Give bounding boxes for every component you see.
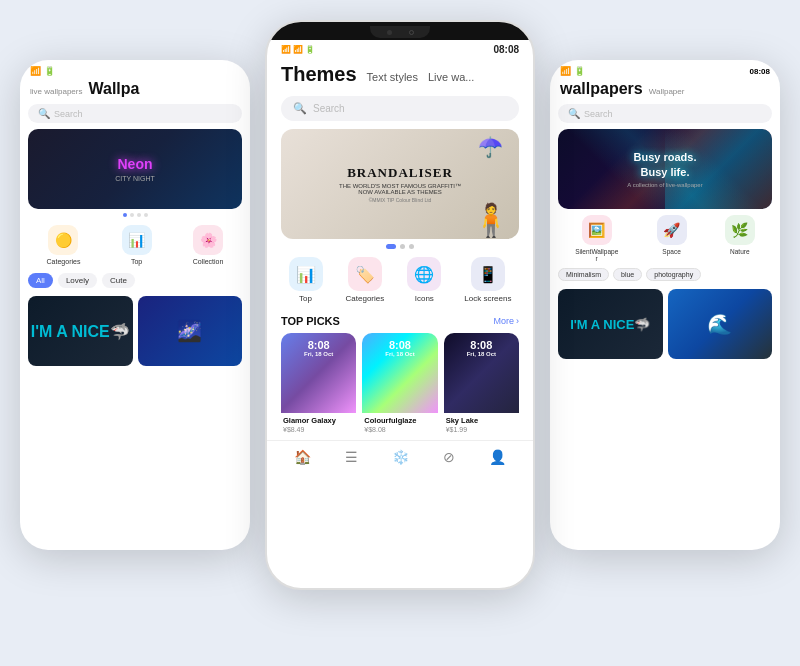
pick-card-2-title: Colourfulglaze bbox=[362, 413, 437, 425]
left-dot-2 bbox=[130, 213, 134, 217]
top-label: Top bbox=[299, 294, 312, 303]
banner-umbrella: ☂️ bbox=[478, 135, 503, 159]
right-wall-2[interactable]: 🌊 bbox=[668, 289, 773, 359]
top-picks-more[interactable]: More › bbox=[493, 316, 519, 326]
phone-center: 📶 📶 🔋 08:08 Themes Text styles Live wa..… bbox=[265, 20, 535, 590]
center-tab-themes[interactable]: Themes bbox=[281, 63, 357, 86]
left-collection-label: Collection bbox=[193, 258, 224, 265]
face-sensor bbox=[409, 30, 414, 35]
silent-label: SilentWallpaper bbox=[575, 248, 618, 262]
pick-card-2[interactable]: 8:08 Fri, 18 Oct Colourfulglaze ¥$8.08 bbox=[362, 333, 437, 436]
banner-subtitle2: NOW AVAILABLE AS THEMES bbox=[339, 189, 461, 195]
center-tab-live-wallpapers[interactable]: Live wa... bbox=[428, 71, 474, 83]
center-icon-icons[interactable]: 🌐 Icons bbox=[407, 257, 441, 303]
pick-card-1-title: Glamor Galaxy bbox=[281, 413, 356, 425]
right-tab-secondary[interactable]: Wallpaper bbox=[649, 87, 685, 96]
filter-all[interactable]: All bbox=[28, 273, 53, 288]
right-icon-nature[interactable]: 🌿 Nature bbox=[725, 215, 755, 262]
pick-card-3-bg: 8:08 Fri, 18 Oct bbox=[444, 333, 519, 413]
pick-card-3[interactable]: 8:08 Fri, 18 Oct Sky Lake ¥$1.99 bbox=[444, 333, 519, 436]
left-banner-main: Neon bbox=[115, 156, 155, 173]
right-banner-caption: A collection of live-wallpaper bbox=[627, 182, 702, 188]
left-search-placeholder: Search bbox=[54, 109, 83, 119]
center-icon-lock[interactable]: 📱 Lock screens bbox=[464, 257, 511, 303]
left-status-bar: 📶 🔋 bbox=[20, 60, 250, 78]
right-status-bar: 📶 🔋 08:08 bbox=[550, 60, 780, 78]
left-tabs: live wallpapers Wallpa bbox=[20, 78, 250, 102]
left-wall-1[interactable]: I'M A NICE🦈 bbox=[28, 296, 133, 366]
space-label: Space bbox=[662, 248, 680, 255]
right-time: 08:08 bbox=[750, 67, 770, 76]
pick-card-3-title: Sky Lake bbox=[444, 413, 519, 425]
pick-card-1-time: 8:08 Fri, 18 Oct bbox=[304, 339, 333, 357]
picks-row: 8:08 Fri, 18 Oct Glamor Galaxy ¥$8.49 8:… bbox=[267, 333, 533, 436]
left-search-bar[interactable]: 🔍 Search bbox=[28, 104, 242, 123]
center-dot-1 bbox=[386, 244, 396, 249]
center-category-icons: 📊 Top 🏷️ Categories 🌐 Icons 📱 Lock scree… bbox=[267, 251, 533, 309]
top-icon: 📊 bbox=[289, 257, 323, 291]
left-wallpaper-grid: I'M A NICE🦈 🌌 bbox=[20, 292, 250, 370]
categories-icon: 🏷️ bbox=[348, 257, 382, 291]
center-search-bar[interactable]: 🔍 Search bbox=[281, 96, 519, 121]
circle-icon: ⊘ bbox=[443, 449, 455, 465]
left-tab-primary[interactable]: Wallpa bbox=[88, 80, 139, 98]
profile-icon: 👤 bbox=[489, 449, 506, 465]
silent-wallpaper-icon: 🖼️ bbox=[582, 215, 612, 245]
top-picks-title: TOP PICKS bbox=[281, 315, 340, 327]
center-icon-top[interactable]: 📊 Top bbox=[289, 257, 323, 303]
center-icon-categories[interactable]: 🏷️ Categories bbox=[346, 257, 385, 303]
center-search-icon: 🔍 bbox=[293, 102, 307, 115]
tag-blue[interactable]: blue bbox=[613, 268, 642, 281]
icons-icon: 🌐 bbox=[407, 257, 441, 291]
left-tab-secondary[interactable]: live wallpapers bbox=[30, 87, 82, 96]
right-banner: Busy roads. Busy life. A collection of l… bbox=[558, 129, 772, 209]
center-bottom-nav: 🏠 ☰ ❄️ ⊘ 👤 bbox=[267, 440, 533, 471]
filter-row: All Lovely Cute bbox=[20, 269, 250, 292]
lock-icon: 📱 bbox=[471, 257, 505, 291]
top-picks-header: TOP PICKS More › bbox=[267, 309, 533, 333]
pick-card-1-bg: 8:08 Fri, 18 Oct bbox=[281, 333, 356, 413]
nature-label: Nature bbox=[730, 248, 750, 255]
center-banner-inner: BRANDALISER THE WORLD'S MOST FAMOUS GRAF… bbox=[339, 165, 461, 203]
right-icon-space[interactable]: 🚀 Space bbox=[657, 215, 687, 262]
right-banner-text1: Busy roads. Busy life. bbox=[627, 150, 702, 179]
left-icon-top[interactable]: 📊 Top bbox=[122, 225, 152, 265]
left-top-icon: 📊 bbox=[122, 225, 152, 255]
nav-list[interactable]: ☰ bbox=[345, 449, 358, 465]
phone-left: 📶 🔋 live wallpapers Wallpa 🔍 Search Neon… bbox=[20, 60, 250, 550]
filter-cute[interactable]: Cute bbox=[102, 273, 135, 288]
tag-minimalism[interactable]: Minimalism bbox=[558, 268, 609, 281]
pick-card-3-price: ¥$1.99 bbox=[444, 425, 519, 436]
right-icon-row: 🖼️ SilentWallpaper 🚀 Space 🌿 Nature bbox=[550, 209, 780, 264]
categories-label: Categories bbox=[346, 294, 385, 303]
center-search-placeholder: Search bbox=[313, 103, 345, 114]
more-label: More bbox=[493, 316, 514, 326]
pick-card-1[interactable]: 8:08 Fri, 18 Oct Glamor Galaxy ¥$8.49 bbox=[281, 333, 356, 436]
center-tab-text-styles[interactable]: Text styles bbox=[367, 71, 418, 83]
right-wall-1[interactable]: I'M A NICE🦈 bbox=[558, 289, 663, 359]
left-wall-2[interactable]: 🌌 bbox=[138, 296, 243, 366]
filter-lovely[interactable]: Lovely bbox=[58, 273, 97, 288]
left-search-icon: 🔍 bbox=[38, 108, 50, 119]
nav-circle[interactable]: ⊘ bbox=[443, 449, 455, 465]
right-search-icon: 🔍 bbox=[568, 108, 580, 119]
right-search-bar[interactable]: 🔍 Search bbox=[558, 104, 772, 123]
nav-home[interactable]: 🏠 bbox=[294, 449, 311, 465]
tag-row: Minimalism blue photography bbox=[550, 264, 780, 285]
right-tab-primary[interactable]: wallpapers bbox=[560, 80, 643, 98]
center-signal-icons: 📶 📶 🔋 bbox=[281, 45, 315, 54]
left-icon-categories[interactable]: 🟡 Categories bbox=[47, 225, 81, 265]
right-tabs: wallpapers Wallpaper bbox=[550, 78, 780, 102]
icons-label: Icons bbox=[415, 294, 434, 303]
space-icon: 🚀 bbox=[657, 215, 687, 245]
nav-profile[interactable]: 👤 bbox=[489, 449, 506, 465]
right-search-placeholder: Search bbox=[584, 109, 613, 119]
pick-card-2-price: ¥$8.08 bbox=[362, 425, 437, 436]
left-icon-collection[interactable]: 🌸 Collection bbox=[193, 225, 224, 265]
left-dot-4 bbox=[144, 213, 148, 217]
center-tabs: Themes Text styles Live wa... bbox=[267, 59, 533, 92]
tag-photography[interactable]: photography bbox=[646, 268, 701, 281]
left-phone-content: 📶 🔋 live wallpapers Wallpa 🔍 Search Neon… bbox=[20, 60, 250, 550]
nav-flower[interactable]: ❄️ bbox=[392, 449, 409, 465]
right-icon-silent[interactable]: 🖼️ SilentWallpaper bbox=[575, 215, 618, 262]
